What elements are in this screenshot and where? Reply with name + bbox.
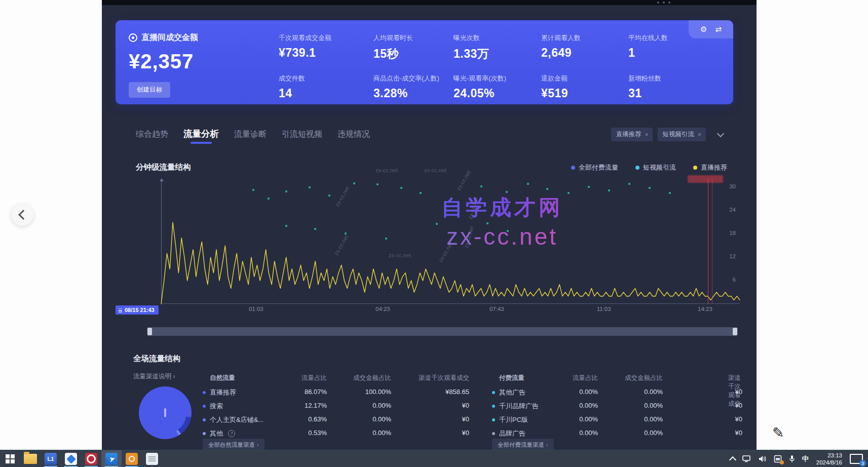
cell-value: 0.00% — [644, 388, 663, 396]
notification-count-badge: 3 — [859, 460, 866, 466]
tray-network[interactable] — [739, 450, 754, 467]
donut-inner — [144, 392, 186, 434]
taskbar-app-red[interactable] — [81, 450, 101, 467]
tab-referral-video[interactable]: 引流短视频 — [282, 129, 322, 144]
metric-cell: 累计观看人数2,649 — [541, 33, 628, 62]
cell-value: ¥0 — [735, 388, 742, 396]
x-tick-labels: 01:03 04:23 07:43 11:03 14:23 — [161, 306, 740, 315]
scatter-dot — [608, 189, 610, 191]
tray-show-hidden[interactable] — [727, 450, 738, 467]
scatter-dot — [506, 191, 508, 193]
taskbar-app-notepad[interactable] — [142, 450, 162, 467]
row-bullet — [492, 391, 495, 394]
cell-value: 0.63% — [308, 415, 327, 423]
filter-tag-short-video[interactable]: 短视频引流× — [658, 128, 706, 141]
row-bullet — [203, 418, 206, 421]
slider-handle-left[interactable] — [147, 328, 152, 335]
taskbar-app-browser-active[interactable]: ➤ — [101, 450, 122, 467]
watermark-tile: zx-cc.net — [375, 167, 398, 173]
scatter-dot — [649, 187, 651, 189]
ime-indicator[interactable]: 中 — [799, 450, 812, 467]
slider-handle-right[interactable] — [733, 328, 737, 335]
minute-traffic-chart[interactable]: 30 24 18 12 6 — [161, 181, 740, 304]
chevron-down-icon[interactable] — [717, 130, 724, 137]
channel-filter: 直播推荐× 短视频引流× — [611, 128, 723, 141]
clock-time: 23:13 — [816, 452, 842, 459]
legend-short-video[interactable]: 短视频引流 — [635, 163, 676, 172]
table-row: 直播推荐 — [203, 388, 236, 397]
paid-table-header: 付费流量 — [499, 374, 524, 382]
cell-value: 0.00% — [579, 388, 598, 396]
microphone-icon — [789, 455, 795, 463]
slider-range[interactable] — [152, 327, 733, 336]
col-gmv-share: 成交金额占比 — [353, 374, 391, 382]
minute-chart-title: 分钟级流量结构 — [136, 162, 191, 173]
primary-metric-value: ¥2,357 — [129, 50, 198, 73]
notification-icon: 3 — [850, 454, 863, 464]
network-monitor-icon — [742, 455, 751, 462]
remove-tag-icon[interactable]: × — [698, 131, 701, 138]
action-center-button[interactable]: 3 — [847, 450, 866, 467]
table-row: 千川品牌广告 — [492, 402, 539, 411]
legend-paid-traffic[interactable]: 全部付费流量 — [571, 163, 618, 172]
start-button[interactable] — [0, 450, 20, 467]
cell-value: 0.00% — [372, 402, 391, 409]
taskbar-app-orange[interactable] — [122, 450, 142, 467]
cell-value: 0.00% — [644, 415, 663, 423]
tray-app-badged[interactable] — [771, 450, 785, 467]
tray-microphone[interactable] — [786, 450, 798, 467]
table-row: 其他广告 — [492, 388, 525, 397]
windows-taskbar: L1 ➤ 中 23:13 2024/8/16 3 — [0, 450, 868, 467]
windows-logo-icon — [6, 454, 15, 463]
scatter-dot — [546, 188, 548, 190]
table-row: 其他 ? — [203, 429, 235, 438]
metric-cell: 新增粉丝数31 — [628, 74, 698, 100]
tab-violations[interactable]: 违规情况 — [337, 129, 370, 144]
create-goal-button[interactable]: 创建目标 — [129, 82, 170, 98]
legend-dot — [635, 166, 639, 170]
info-icon[interactable]: ? — [228, 430, 235, 437]
taskbar-file-explorer[interactable] — [20, 450, 41, 467]
tab-overall-trend[interactable]: 综合趋势 — [136, 129, 168, 144]
chevron-up-icon — [729, 456, 736, 463]
cell-value: 100.00% — [365, 388, 391, 396]
metric-cell: 退款金额¥519 — [541, 74, 628, 100]
scatter-dot — [285, 190, 287, 192]
speaker-icon — [759, 455, 767, 462]
page-back-button[interactable] — [11, 204, 33, 226]
metrics-grid: 千次观看成交金额¥739.1 人均观看时长15秒 曝光次数1.33万 累计观看人… — [279, 33, 698, 100]
scatter-dot — [527, 183, 529, 185]
row-bullet — [492, 405, 495, 408]
tab-traffic-diagnosis[interactable]: 流量诊断 — [234, 129, 267, 144]
blue-arrow-app-icon: ➤ — [105, 453, 118, 465]
axis-start-chip[interactable]: 08/15 21:43 — [116, 305, 159, 315]
tray-clock[interactable]: 23:13 2024/8/16 — [813, 452, 846, 466]
cell-value: 0.00% — [644, 429, 663, 437]
cell-value: ¥0 — [462, 402, 469, 409]
trend-line-svg — [161, 181, 740, 304]
scatter-dot — [376, 183, 379, 185]
tray-volume[interactable] — [756, 450, 770, 467]
table-row: 个人主页&店铺&... — [203, 415, 263, 424]
channel-note-link[interactable]: 流量渠道说明 › — [133, 372, 175, 381]
settings-gear-icon[interactable]: ⚙ — [700, 25, 707, 34]
analysis-tabs: 综合趋势 流量分析 流量诊断 引流短视频 违规情况 — [136, 128, 370, 144]
cell-value: 86.07% — [305, 388, 327, 396]
col-traffic-share: 流量占比 — [301, 374, 327, 382]
swap-icon[interactable]: ⇄ — [715, 25, 722, 34]
stream-end-marker-line — [708, 178, 712, 304]
taskbar-app-l1[interactable]: L1 — [41, 450, 61, 467]
tab-traffic-analysis[interactable]: 流量分析 — [183, 128, 219, 144]
taskbar-app-teams[interactable] — [61, 450, 81, 467]
scatter-dot — [436, 223, 438, 225]
legend-live-recommend[interactable]: 直播推荐 — [693, 163, 727, 172]
metric-cell: 平均在线人数1 — [628, 33, 698, 62]
remove-tag-icon[interactable]: × — [645, 131, 648, 138]
filter-tag-live-recommend[interactable]: 直播推荐× — [611, 128, 653, 141]
scatter-dot — [486, 222, 488, 224]
chart-range-slider[interactable] — [147, 327, 738, 336]
scatter-dot — [268, 198, 270, 200]
window-titlebar — [102, 0, 757, 5]
metric-cell: 曝光次数1.33万 — [454, 33, 541, 62]
scatter-dot — [588, 186, 590, 188]
